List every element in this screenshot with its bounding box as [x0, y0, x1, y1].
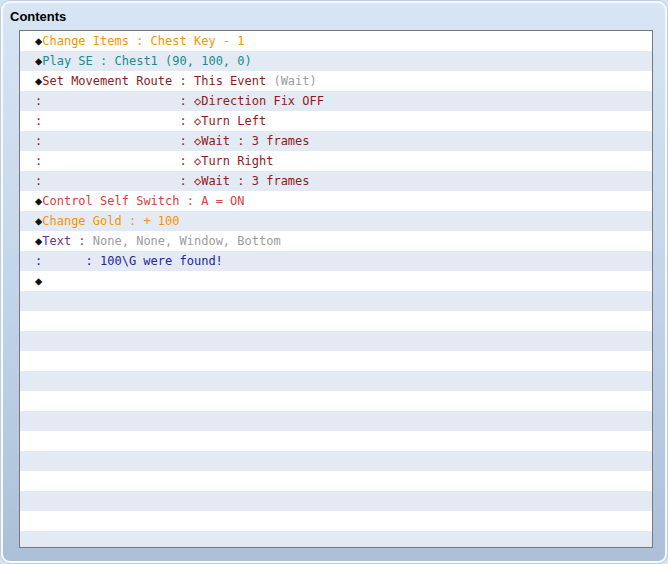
- event-command-row[interactable]: : : 100\G were found!: [20, 251, 652, 271]
- command-text-segment: Text :: [42, 234, 93, 248]
- event-command-row[interactable]: : : ◇Turn Left: [20, 111, 652, 131]
- event-command-row[interactable]: ◆Change Items : Chest Key - 1: [20, 31, 652, 51]
- empty-row[interactable]: [20, 531, 652, 548]
- empty-row[interactable]: [20, 491, 652, 511]
- command-text-segment: Play SE : Chest1 (90, 100, 0): [42, 54, 252, 68]
- empty-row[interactable]: [20, 391, 652, 411]
- event-command-row[interactable]: ◆Change Gold : + 100: [20, 211, 652, 231]
- event-command-row[interactable]: ◆Text : None, None, Window, Bottom: [20, 231, 652, 251]
- event-command-row[interactable]: ◆Control Self Switch : A = ON: [20, 191, 652, 211]
- empty-row[interactable]: [20, 331, 652, 351]
- event-command-row[interactable]: ◆: [20, 271, 652, 291]
- command-text-segment: : : ◇Turn Right: [35, 154, 273, 168]
- command-diamond-marker: ◆: [35, 274, 42, 288]
- command-text-segment: : : ◇Turn Left: [35, 114, 266, 128]
- empty-row[interactable]: [20, 431, 652, 451]
- command-text-segment: : : ◇Direction Fix OFF: [35, 94, 324, 108]
- event-command-row[interactable]: : : ◇Turn Right: [20, 151, 652, 171]
- command-text-segment: Set Movement Route : This Event: [42, 74, 273, 88]
- empty-row[interactable]: [20, 411, 652, 431]
- command-text-segment: : : ◇Wait : 3 frames: [35, 174, 310, 188]
- event-command-row[interactable]: : : ◇Wait : 3 frames: [20, 131, 652, 151]
- empty-row[interactable]: [20, 471, 652, 491]
- event-command-row[interactable]: : : ◇Wait : 3 frames: [20, 171, 652, 191]
- contents-label: Contents: [10, 9, 66, 24]
- empty-row[interactable]: [20, 291, 652, 311]
- event-command-row[interactable]: : : ◇Direction Fix OFF: [20, 91, 652, 111]
- event-command-row[interactable]: ◆Play SE : Chest1 (90, 100, 0): [20, 51, 652, 71]
- empty-row[interactable]: [20, 371, 652, 391]
- command-text-segment: None, None, Window, Bottom: [93, 234, 281, 248]
- event-command-row[interactable]: ◆Set Movement Route : This Event (Wait): [20, 71, 652, 91]
- empty-row[interactable]: [20, 311, 652, 331]
- command-text-segment: : : 100\G were found!: [35, 254, 223, 268]
- empty-row[interactable]: [20, 511, 652, 531]
- command-text-segment: Control Self Switch : A = ON: [42, 194, 244, 208]
- command-text-segment: (Wait): [273, 74, 316, 88]
- command-text-segment: Change Items : Chest Key - 1: [42, 34, 244, 48]
- command-text-segment: Change Gold : + 100: [42, 214, 179, 228]
- command-text-segment: : : ◇Wait : 3 frames: [35, 134, 310, 148]
- event-contents-dialog: Contents ◆Change Items : Chest Key - 1◆P…: [1, 1, 667, 563]
- empty-row[interactable]: [20, 351, 652, 371]
- empty-row[interactable]: [20, 451, 652, 471]
- event-contents-list[interactable]: ◆Change Items : Chest Key - 1◆Play SE : …: [19, 30, 653, 548]
